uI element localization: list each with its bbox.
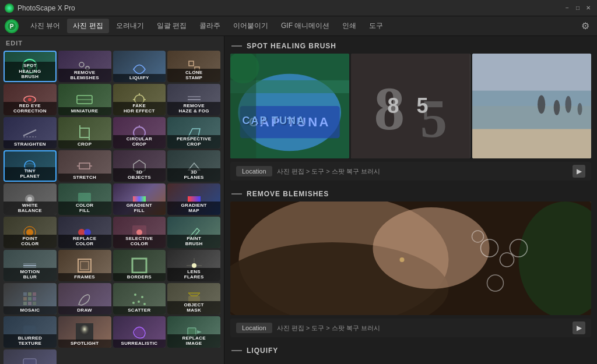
menu-combine[interactable]: 이어붙이기 [227, 19, 274, 33]
tool-mosaic[interactable]: MOSAIC [3, 283, 57, 314]
tool-crop[interactable]: CROP [58, 117, 111, 149]
tool-label-motion: MOTIONBLUR [3, 268, 57, 281]
maximize-button[interactable]: □ [574, 4, 582, 12]
tool-spot-healing[interactable]: SPOTHEALINGBRUSH [3, 51, 57, 82]
tool-replace-image[interactable]: REPLACEIMAGE [167, 316, 220, 348]
svg-point-4 [79, 62, 84, 67]
svg-point-76 [79, 325, 90, 339]
tool-scatter[interactable]: SCATTER [113, 283, 166, 314]
svg-text:P: P [10, 23, 14, 30]
tool-tiny-planet[interactable]: TINYPLANET [3, 150, 57, 182]
settings-icon[interactable]: ⚙ [578, 19, 592, 33]
section-spot-header: SPOT HEALING BRUSH [224, 36, 597, 54]
play-button-spot[interactable]: ▶ [573, 165, 585, 178]
menu-photo-viewer[interactable]: 사진 뷰어 [24, 19, 66, 33]
tool-label-spotlight: SPOTLIGHT [58, 340, 111, 348]
tool-gradient-fill[interactable]: GRADIENTFILL [113, 183, 166, 215]
svg-rect-63 [33, 297, 36, 301]
tool-stretch[interactable]: STRETCH [58, 150, 111, 182]
spot-preview-grid: CAP TUNA 8 5 [224, 54, 597, 162]
menu-print[interactable]: 인쇄 [336, 19, 362, 33]
tool-label-objmask: OBJECTMASK [167, 301, 220, 314]
menu-photo-edit[interactable]: 사진 편집 [67, 19, 108, 33]
tool-draw[interactable]: DRAW [58, 283, 111, 314]
svg-point-70 [132, 302, 135, 304]
section-title-blemish: REMOVE BLEMISHES [247, 190, 329, 198]
location-bar-blemish: Location 사진 편집 > 도구 > 스팟 복구 브러시 ▶ [230, 319, 591, 337]
svg-rect-52 [78, 259, 91, 272]
right-panel: SPOT HEALING BRUSH CAP TUNA [224, 36, 597, 364]
tool-selective-color[interactable]: SELECTIVECOLOR [113, 217, 166, 248]
tool-paint-brush[interactable]: PAINTBRUSH [167, 217, 220, 248]
svg-rect-66 [33, 302, 36, 305]
menu-gif[interactable]: GIF 애니메이션 [275, 19, 335, 33]
edit-label: EDIT [0, 36, 224, 49]
tool-3d-objects[interactable]: 3DOBJECTS [113, 150, 166, 182]
tool-gradient-map[interactable]: GRADIENTMAP [167, 183, 220, 215]
svg-point-9 [28, 98, 31, 101]
tool-circular-crop[interactable]: CIRCULARCROP [113, 117, 166, 149]
left-panel: EDIT SPOTHEALINGBRUSH REMOVEBLEMISHES LI… [0, 36, 224, 364]
close-button[interactable]: ✕ [584, 4, 592, 12]
tool-label-crop: CROP [58, 140, 111, 149]
minimize-button[interactable]: − [563, 4, 571, 12]
location-button-blemish[interactable]: Location [236, 323, 272, 333]
tool-label-redeye: RED EYECORRECTION [3, 102, 57, 115]
tool-label-remove: REMOVEBLEMISHES [58, 69, 111, 82]
tool-color-fill[interactable]: COLORFILL [58, 183, 111, 215]
tool-label-draw: DRAW [58, 306, 111, 314]
tool-label-point: POINTCOLOR [3, 235, 57, 248]
tool-blurred-texture[interactable]: BLURREDTEXTURE [3, 316, 57, 348]
tool-lens-flares[interactable]: LENSFLARES [167, 250, 220, 281]
tool-frames[interactable]: FRAMES [58, 250, 111, 281]
menu-tools[interactable]: 도구 [363, 19, 389, 33]
tool-label-blurred: BLURREDTEXTURE [3, 334, 57, 348]
tool-spotlight[interactable]: SPOTLIGHT [58, 316, 111, 348]
tool-3d-planes[interactable]: 3DPLANES [167, 150, 220, 182]
location-button-spot[interactable]: Location [236, 166, 272, 176]
tool-object-mask[interactable]: OBJECTMASK [167, 283, 220, 314]
tool-point-color[interactable]: POINTCOLOR [3, 217, 57, 248]
tool-clone-stamp[interactable]: CLONESTAMP [167, 51, 220, 82]
tool-motion-blur[interactable]: MOTIONBLUR [3, 250, 57, 281]
menu-batch[interactable]: 일괄 편집 [151, 19, 192, 33]
tool-liquify[interactable]: LIQUIFY [113, 51, 166, 82]
menu-items: 사진 뷰어 사진 편집 오려내기 일괄 편집 콜라주 이어붙이기 GIF 애니메… [24, 19, 578, 33]
tool-red-eye[interactable]: RED EYECORRECTION [3, 84, 57, 115]
svg-rect-58 [23, 292, 27, 296]
tool-surrealistic[interactable]: SURREALISTIC [113, 316, 166, 348]
tool-white-balance[interactable]: WHITEBALANCE [3, 183, 57, 215]
svg-rect-54 [132, 259, 146, 273]
section-title-liquify: LIQUIFY [247, 347, 278, 355]
svg-point-38 [27, 197, 32, 202]
location-path-spot: 사진 편집 > 도구 > 스팟 복구 브러시 [277, 167, 568, 176]
preview-beach-sign: CAP TUNA [230, 54, 349, 158]
tool-borders[interactable]: BORDERS [113, 250, 166, 281]
location-bar-spot: Location 사진 편집 > 도구 > 스팟 복구 브러시 ▶ [230, 162, 591, 181]
tool-label-hdr: FAKEHDR EFFECT [113, 102, 166, 115]
tool-replace-color[interactable]: REPLACECOLOR [58, 217, 111, 248]
svg-rect-53 [80, 261, 89, 270]
menu-crop[interactable]: 오려내기 [110, 19, 150, 33]
tool-label-haze: REMOVEHAZE & FOG [167, 102, 220, 115]
svg-marker-73 [188, 293, 200, 296]
tool-label-gradmap: GRADIENTMAP [167, 202, 220, 215]
menu-collage[interactable]: 콜라주 [194, 19, 226, 33]
tool-change-background[interactable]: CHANGEBACKGROUND [3, 349, 57, 364]
tool-label-surreal: SURREALISTIC [113, 340, 166, 348]
svg-line-20 [23, 130, 36, 136]
window-controls: − □ ✕ [563, 4, 592, 12]
tool-haze[interactable]: REMOVEHAZE & FOG [167, 84, 220, 115]
svg-rect-99 [472, 54, 591, 158]
tools-grid: SPOTHEALINGBRUSH REMOVEBLEMISHES LIQUIFY… [0, 49, 224, 364]
tool-label-replace: REPLACECOLOR [58, 235, 111, 248]
tool-label-3dplane: 3DPLANES [167, 168, 220, 182]
tool-hdr[interactable]: FAKEHDR EFFECT [113, 84, 166, 115]
tool-miniature[interactable]: MINIATURE [58, 84, 111, 115]
tool-remove-blemishes[interactable]: REMOVEBLEMISHES [58, 51, 111, 82]
tool-label-gradient: GRADIENTFILL [113, 202, 166, 215]
tool-perspective-crop[interactable]: PERSPECTIVECROP [167, 117, 220, 149]
play-button-blemish[interactable]: ▶ [573, 321, 585, 334]
svg-rect-6 [189, 61, 194, 66]
tool-straighten[interactable]: STRAIGHTEN [3, 117, 57, 149]
